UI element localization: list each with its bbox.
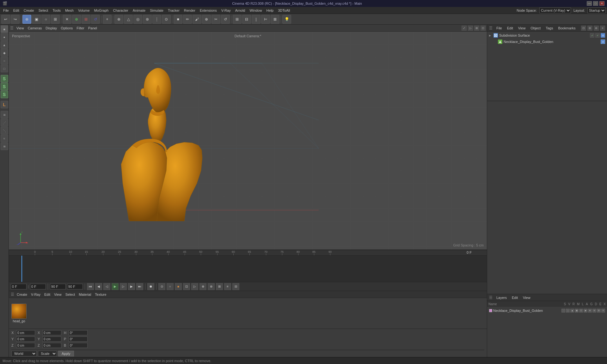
coord-h-input[interactable]	[69, 330, 88, 335]
minimize-btn[interactable]: —	[587, 1, 592, 6]
tb-extrude[interactable]: ⊠	[271, 15, 279, 24]
scale-tool[interactable]: ⊞	[82, 15, 90, 24]
layer-color-1[interactable]	[489, 309, 492, 312]
undo-btn[interactable]: ↩	[1, 15, 10, 24]
poly-select[interactable]: ⊞	[51, 15, 60, 24]
sb-mode-6[interactable]: □	[1, 65, 8, 72]
tree-item-subdivision[interactable]: ▶ Subdivision Surface ✓ ✓ ⊙	[488, 32, 606, 39]
layer-icon-s[interactable]: ·	[561, 309, 565, 312]
sb-mode-object[interactable]: ■	[1, 25, 8, 33]
layers-menu-view[interactable]: View	[522, 295, 532, 300]
rp-menu-edit[interactable]: Edit	[506, 26, 514, 30]
vp-menu-panel[interactable]: Panel	[87, 26, 99, 30]
next-keyframe-btn[interactable]: ▷	[120, 283, 127, 290]
layer-icon-x[interactable]: ✕	[601, 309, 605, 312]
menu-file[interactable]: File	[1, 8, 11, 13]
coord-b-input[interactable]	[69, 343, 88, 348]
box-select[interactable]: ▣	[32, 15, 41, 24]
tb-anim-4[interactable]: ⊡	[183, 283, 190, 290]
apply-button[interactable]: Apply	[58, 351, 74, 356]
menu-render[interactable]: Render	[182, 8, 197, 13]
subdiv-render-check[interactable]: ✓	[595, 33, 600, 38]
layers-menu-edit[interactable]: Edit	[511, 295, 519, 300]
menu-tracker[interactable]: Tracker	[166, 8, 181, 13]
go-end-btn[interactable]: ⏭	[136, 283, 143, 290]
layer-item-1[interactable]: Necklace_Display_Bust_Golden · □ ■ ▣ ⊡ ▶…	[488, 307, 606, 314]
menu-volume[interactable]: Volume	[76, 8, 92, 13]
mat-menu-edit[interactable]: Edit	[43, 292, 52, 297]
layout-select[interactable]: Startup	[587, 8, 606, 13]
mat-menu-material[interactable]: Material	[77, 292, 92, 297]
layer-icon-g[interactable]: ⊕	[588, 309, 592, 312]
tb-btn-6[interactable]: △	[124, 15, 133, 24]
subdiv-visible-check[interactable]: ✓	[590, 33, 594, 38]
rp-menu-object[interactable]: Object	[529, 26, 542, 30]
tree-item-necklace[interactable]: Necklace_Display_Bust_Golden ⊙	[488, 39, 606, 45]
tb-btn-10[interactable]: ⊙	[162, 15, 171, 24]
menu-window[interactable]: Window	[248, 8, 264, 13]
coord-z-size-input[interactable]	[42, 343, 61, 348]
redo-btn[interactable]: ↪	[11, 15, 20, 24]
menu-mograph[interactable]: MoGraph	[92, 8, 111, 13]
mat-menu-texture[interactable]: Texture	[94, 292, 107, 297]
rotate-tool[interactable]: ↺	[91, 15, 100, 24]
prev-keyframe-btn[interactable]: ◁	[103, 283, 110, 290]
vp-render-btn[interactable]: ▷	[468, 26, 473, 31]
menu-mesh[interactable]: Mesh	[63, 8, 76, 13]
necklace-dots[interactable]: ⊙	[601, 39, 605, 44]
rp-menu-view[interactable]: View	[517, 26, 527, 30]
tb-anim-2[interactable]: ○	[167, 283, 174, 290]
mat-menu-create[interactable]: Create	[15, 292, 28, 297]
rp-icon-2[interactable]: ⊞	[587, 26, 592, 31]
rp-menu-tags[interactable]: Tags	[544, 26, 554, 30]
tb-btn-9[interactable]: ⋮	[152, 15, 161, 24]
loop-select[interactable]: ○	[41, 15, 50, 24]
coord-x-pos-input[interactable]	[16, 330, 35, 335]
mat-menu-view[interactable]: View	[53, 292, 63, 297]
coord-mode-select[interactable]: World Object Parent	[11, 351, 37, 356]
layer-icon-r[interactable]: ■	[570, 309, 574, 312]
tb-anim-9[interactable]: ≡	[224, 283, 231, 290]
sb-mode-3[interactable]: ▲	[1, 41, 8, 49]
rp-menu-icon[interactable]: ☰	[489, 26, 493, 30]
transform-null[interactable]: ✕	[63, 15, 71, 24]
transform-mode-select[interactable]: Scale Move Rotate	[38, 351, 57, 356]
sb-mode-5[interactable]: ○	[1, 57, 8, 64]
tb-render[interactable]: 💡	[282, 15, 291, 24]
menu-select[interactable]: Select	[37, 8, 50, 13]
play-btn[interactable]: ▶	[112, 283, 119, 290]
tb-magnet[interactable]: ⊕	[202, 15, 211, 24]
viewport[interactable]: Perspective Default Camera:* Grid Spacin…	[9, 32, 487, 250]
select-tool[interactable]: ⊕	[22, 15, 31, 24]
material-swatch-1[interactable]	[11, 304, 27, 319]
vp-menu-icon[interactable]: ☰	[10, 26, 14, 30]
rp-icon-3[interactable]: ⊛	[594, 26, 599, 31]
frame-max-input[interactable]	[50, 284, 66, 289]
window-controls[interactable]: — □ ✕	[587, 1, 604, 6]
rp-menu-bookmarks[interactable]: Bookmarks	[557, 26, 577, 30]
menu-edit[interactable]: Edit	[11, 8, 21, 13]
vp-menu-display[interactable]: Display	[44, 26, 58, 30]
mat-menu-select[interactable]: Select	[64, 292, 77, 297]
tb-anim-8[interactable]: ⊞	[216, 283, 223, 290]
tb-anim-3[interactable]: ■	[175, 283, 182, 290]
menu-help[interactable]: Help	[265, 8, 276, 13]
sb-deform-4[interactable]: ≈	[1, 135, 8, 142]
vp-settings-btn[interactable]: ⊞	[474, 26, 479, 31]
tb-grid[interactable]: ⊟	[242, 15, 251, 24]
menu-character[interactable]: Character	[111, 8, 130, 13]
coord-y-pos-input[interactable]	[16, 337, 35, 342]
tb-anim-1[interactable]: ⊙	[158, 283, 165, 290]
vp-menu-options[interactable]: Options	[59, 26, 74, 30]
sb-deform-3[interactable]: ⋱	[1, 127, 8, 134]
sb-tool-3[interactable]: S	[1, 91, 8, 98]
layers-menu-icon[interactable]: ☰	[489, 295, 493, 300]
playhead[interactable]	[21, 256, 22, 282]
coord-p-input[interactable]	[69, 337, 88, 342]
move-tool[interactable]: ⊕	[72, 15, 81, 24]
coord-y-size-input[interactable]	[42, 337, 61, 342]
layer-icon-d[interactable]: ⊛	[592, 309, 596, 312]
frame-current-input[interactable]	[11, 284, 27, 289]
subdiv-dots[interactable]: ⊙	[601, 33, 605, 38]
tb-mirror[interactable]: ⊨	[261, 15, 270, 24]
